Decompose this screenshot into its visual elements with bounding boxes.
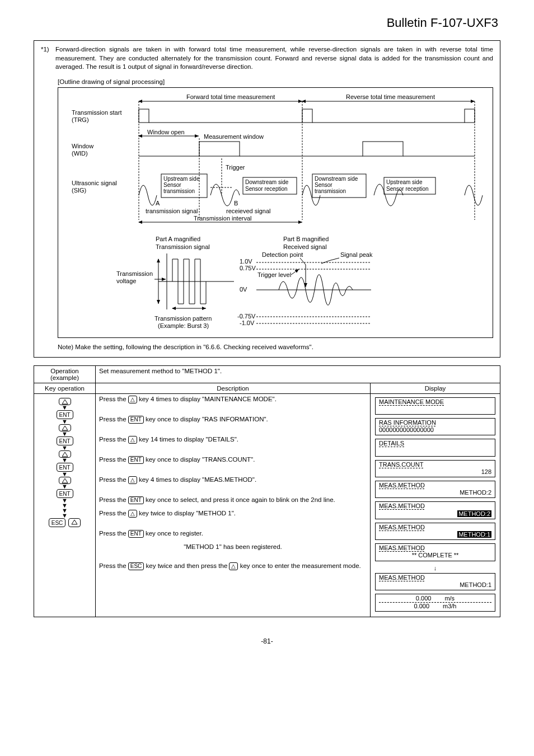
outline-caption: [Outline drawing of signal processing] xyxy=(58,78,493,85)
svg-rect-11 xyxy=(465,109,475,123)
svg-rect-18 xyxy=(363,142,403,156)
svg-text:Window open: Window open xyxy=(147,129,185,135)
svg-text:Signal peak: Signal peak xyxy=(340,251,373,258)
svg-text:(Example: Burst 3): (Example: Burst 3) xyxy=(158,322,209,329)
svg-rect-15 xyxy=(199,142,240,156)
svg-text:B: B xyxy=(234,200,238,206)
svg-text:Sensor: Sensor xyxy=(163,182,181,188)
svg-text:0.75V: 0.75V xyxy=(240,265,256,271)
svg-text:Upstream side: Upstream side xyxy=(386,179,423,185)
svg-text:(WID): (WID) xyxy=(72,150,88,157)
signal-diagram: Forward total time measurement Reverse t… xyxy=(58,87,493,338)
svg-line-73 xyxy=(300,258,306,265)
page-number: -81- xyxy=(34,637,500,645)
description-body: Press the △ key 4 times to display "MAIN… xyxy=(96,393,371,617)
svg-text:A: A xyxy=(156,200,160,206)
up-key-icon[interactable] xyxy=(68,518,81,527)
svg-text:Trigger: Trigger xyxy=(226,164,245,171)
display-body: MAINTENANCE MODE RAS INFORMATION00000000… xyxy=(371,393,500,617)
diagram-svg: Forward total time measurement Reverse t… xyxy=(60,91,489,332)
svg-text:Detection point: Detection point xyxy=(262,251,303,258)
svg-text:Part A magnified: Part A magnified xyxy=(156,236,200,242)
description-header: Description xyxy=(96,383,371,393)
svg-text:voltage: voltage xyxy=(116,278,136,284)
svg-rect-9 xyxy=(302,109,312,123)
svg-text:transmission signal: transmission signal xyxy=(146,208,198,214)
svg-text:Sensor reception: Sensor reception xyxy=(245,186,288,192)
svg-text:Trigger level: Trigger level xyxy=(257,271,291,278)
operations-table: Operation(example) Set measurement metho… xyxy=(34,365,500,618)
display-header: Display xyxy=(371,383,500,393)
svg-text:Sensor: Sensor xyxy=(315,182,332,188)
svg-text:Transmission start: Transmission start xyxy=(72,109,121,116)
svg-text:Sensor reception: Sensor reception xyxy=(386,186,429,192)
svg-text:Measurement window: Measurement window xyxy=(204,133,264,140)
operation-label: Operation(example) xyxy=(34,365,96,383)
svg-text:Part B magnified: Part B magnified xyxy=(283,236,329,242)
svg-text:Upstream side: Upstream side xyxy=(163,176,200,182)
svg-text:Transmission pattern: Transmission pattern xyxy=(154,315,212,322)
svg-text:Window: Window xyxy=(72,143,93,149)
svg-text:0V: 0V xyxy=(240,286,247,293)
set-method-cell: Set measurement method to "METHOD 1". xyxy=(96,365,500,383)
down-arrow-icon: ▼ xyxy=(62,405,68,411)
note1-text: Forward-direction signals are taken in w… xyxy=(55,45,493,72)
svg-text:transmission: transmission xyxy=(163,188,195,194)
note1: *1) Forward-direction signals are taken … xyxy=(41,45,493,72)
note-and-diagram-box: *1) Forward-direction signals are taken … xyxy=(34,40,500,358)
fwd-total-label: Forward total time measurement xyxy=(186,93,275,100)
bottom-note: Note) Make the setting, following the de… xyxy=(58,344,493,350)
key-sequence: ▼ ENT ▼ ▼ ENT ▼ ▼ ENT ▼ ▼ ENT ▼ ▼ ▼ ▼ ES… xyxy=(38,396,92,529)
page-header: Bulletin F-107-UXF3 xyxy=(34,16,498,30)
svg-text:Transmission: Transmission xyxy=(116,270,153,277)
svg-text:transmission: transmission xyxy=(315,188,346,194)
svg-text:(SIG): (SIG) xyxy=(72,187,86,194)
rev-total-label: Reverse total time measurement xyxy=(346,93,435,100)
key-op-header: Key operation xyxy=(34,383,96,393)
svg-text:-1.0V: -1.0V xyxy=(240,320,255,326)
svg-text:Received signal: Received signal xyxy=(283,243,327,250)
svg-text:(TRG): (TRG) xyxy=(72,116,89,123)
svg-text:Transmission interval: Transmission interval xyxy=(194,215,252,222)
svg-text:1.0V: 1.0V xyxy=(240,258,252,265)
svg-text:Ultrasonic signal: Ultrasonic signal xyxy=(72,180,117,186)
svg-rect-7 xyxy=(139,109,149,123)
svg-text:-0.75V: -0.75V xyxy=(237,313,256,320)
svg-text:Downstream side: Downstream side xyxy=(315,176,358,182)
svg-line-76 xyxy=(291,269,299,275)
note1-star: *1) xyxy=(41,45,55,72)
svg-text:receieved signal: receieved signal xyxy=(226,208,271,214)
svg-text:Downstream side: Downstream side xyxy=(245,179,289,185)
esc-key-icon[interactable]: ESC xyxy=(49,518,66,527)
svg-text:Transmission signal: Transmission signal xyxy=(156,243,210,250)
